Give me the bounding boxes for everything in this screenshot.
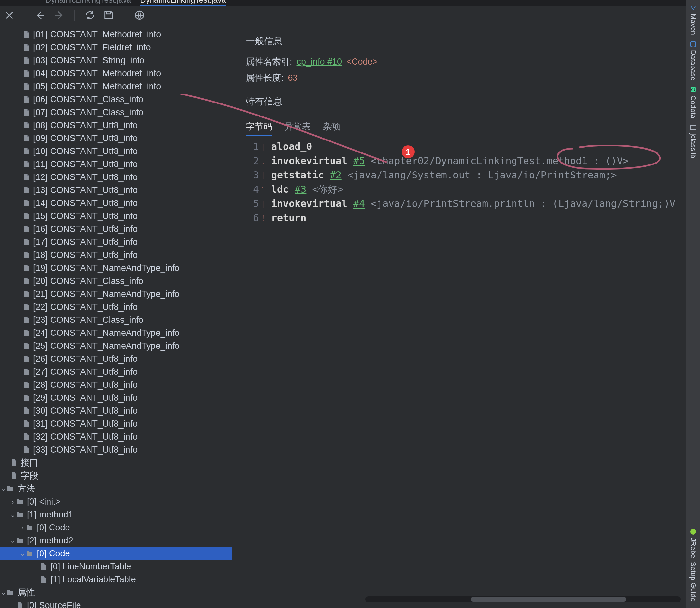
chevron-icon[interactable]: ⌄ (19, 550, 26, 557)
tree-row[interactable]: ⌄[0] Code (0, 547, 232, 560)
tree-row[interactable]: [19] CONSTANT_NameAndType_info (0, 262, 232, 274)
tree-row[interactable]: [0] LineNumberTable (0, 560, 232, 573)
tree-row[interactable]: [32] CONSTANT_Utf8_info (0, 430, 232, 443)
tree-row[interactable]: [10] CONSTANT_Utf8_info (0, 145, 232, 158)
tree-row[interactable]: [15] CONSTANT_Utf8_info (0, 210, 232, 223)
tree-row[interactable]: [30] CONSTANT_Utf8_info (0, 404, 232, 417)
editor-tab-active[interactable]: DynamicLinkingTest.java (140, 0, 226, 5)
tree-row[interactable]: [11] CONSTANT_Utf8_info (0, 158, 232, 171)
tab-bytecode[interactable]: 字节码 (246, 119, 272, 136)
tree-label: [17] CONSTANT_Utf8_info (33, 237, 138, 247)
tree-row[interactable]: ›[0] <init> (0, 495, 232, 508)
structure-tree[interactable]: [01] CONSTANT_Methodref_info[02] CONSTAN… (0, 25, 232, 608)
forward-icon[interactable] (54, 10, 64, 21)
chevron-icon[interactable]: › (19, 524, 26, 531)
tree-row[interactable]: [13] CONSTANT_Utf8_info (0, 184, 232, 196)
line-number: 3 (246, 168, 259, 182)
editor-tab[interactable]: DynamicLinkingTest.java (45, 0, 131, 5)
chevron-icon[interactable]: ⌄ (0, 589, 6, 596)
tab-misc[interactable]: 杂项 (323, 119, 341, 136)
line-number: 2 (246, 154, 259, 168)
tree-row[interactable]: ⌄属性 (0, 586, 232, 599)
tree-row[interactable]: ⌄方法 (0, 482, 232, 495)
tab-exception-table[interactable]: 异常表 (285, 119, 311, 136)
file-icon (22, 355, 30, 363)
tree-row[interactable]: [28] CONSTANT_Utf8_info (0, 378, 232, 391)
tree-row[interactable]: [20] CONSTANT_Class_info (0, 274, 232, 287)
tree-row[interactable]: [25] CONSTANT_NameAndType_info (0, 339, 232, 352)
chevron-icon[interactable]: ⌄ (9, 511, 16, 518)
file-icon (39, 575, 47, 583)
file-icon (22, 160, 30, 168)
tree-row[interactable]: [0] SourceFile (0, 599, 232, 608)
tree-row[interactable]: [1] LocalVariableTable (0, 573, 232, 586)
tree-row[interactable]: [06] CONSTANT_Class_info (0, 93, 232, 106)
cp-ref-link[interactable]: #4 (353, 198, 365, 209)
save-icon[interactable] (103, 10, 114, 21)
editor-tabs: DynamicLinkingTest.java DynamicLinkingTe… (0, 0, 700, 5)
tree-row[interactable]: [02] CONSTANT_Fieldref_info (0, 41, 232, 54)
tree-row[interactable]: [22] CONSTANT_Utf8_info (0, 300, 232, 314)
close-icon[interactable] (4, 10, 15, 21)
tree-row[interactable]: [16] CONSTANT_Utf8_info (0, 223, 232, 235)
attr-name-index-label: 属性名索引: (246, 56, 292, 68)
tree-row[interactable]: 字段 (0, 469, 232, 482)
tool-window-rail: Maven Database Codota jclasslib JRebel S… (686, 0, 700, 608)
cp-ref-link[interactable]: #3 (294, 184, 306, 195)
tree-label: [08] CONSTANT_Utf8_info (33, 120, 138, 130)
chevron-icon[interactable]: › (9, 498, 16, 506)
tree-row[interactable]: [24] CONSTANT_NameAndType_info (0, 326, 232, 339)
tree-row[interactable]: [31] CONSTANT_Utf8_info (0, 417, 232, 430)
tree-row[interactable]: [04] CONSTANT_Methodref_info (0, 67, 232, 80)
file-icon (22, 303, 30, 311)
tree-row[interactable]: [01] CONSTANT_Methodref_info (0, 28, 232, 41)
horizontal-scrollbar[interactable] (365, 596, 681, 602)
tree-label: [0] Code (37, 549, 70, 559)
refresh-icon[interactable] (84, 10, 95, 21)
tree-row[interactable]: [29] CONSTANT_Utf8_info (0, 391, 232, 404)
tree-row[interactable]: [17] CONSTANT_Utf8_info (0, 235, 232, 248)
tree-row[interactable]: [14] CONSTANT_Utf8_info (0, 196, 232, 210)
tree-row[interactable]: [33] CONSTANT_Utf8_info (0, 443, 232, 456)
tree-row[interactable]: [03] CONSTANT_String_info (0, 54, 232, 67)
tree-row[interactable]: [05] CONSTANT_Methodref_info (0, 80, 232, 93)
rail-label: JRebel Setup Guide (689, 537, 697, 602)
tree-row[interactable]: ›[0] Code (0, 521, 232, 534)
tree-row[interactable]: [23] CONSTANT_Class_info (0, 314, 232, 326)
back-icon[interactable] (35, 10, 46, 21)
instruction: invokevirtual #5 <chapter02/DynamicLinki… (271, 154, 629, 168)
folder-icon (16, 537, 24, 545)
cp-ref-link[interactable]: #5 (353, 155, 365, 167)
chevron-icon[interactable]: ⌄ (0, 485, 6, 493)
tree-row[interactable]: [08] CONSTANT_Utf8_info (0, 119, 232, 132)
cp-info-link[interactable]: cp_info #10 (297, 57, 342, 67)
gutter-mark: | (262, 139, 269, 154)
folder-icon (16, 511, 24, 518)
rail-codota[interactable]: Codota (689, 86, 697, 118)
folder-icon (16, 498, 24, 506)
chevron-icon[interactable]: ⌄ (9, 537, 16, 545)
file-icon (10, 472, 18, 479)
tree-row[interactable]: [18] CONSTANT_Utf8_info (0, 248, 232, 262)
rail-jclasslib[interactable]: jclasslib (689, 124, 697, 158)
bytecode-line: 1|aload_0 (246, 139, 693, 154)
tree-label: 方法 (18, 483, 35, 494)
cp-ref-link[interactable]: #2 (330, 169, 342, 181)
tree-label: [2] method2 (27, 536, 73, 546)
file-icon (22, 186, 30, 194)
rail-maven[interactable]: Maven (689, 4, 697, 35)
tree-row[interactable]: [07] CONSTANT_Class_info (0, 106, 232, 119)
tree-row[interactable]: [21] CONSTANT_NameAndType_info (0, 287, 232, 300)
tree-row[interactable]: [09] CONSTANT_Utf8_info (0, 132, 232, 145)
tree-row[interactable]: ⌄[2] method2 (0, 534, 232, 547)
scrollbar-thumb[interactable] (471, 597, 626, 602)
tree-row[interactable]: [12] CONSTANT_Utf8_info (0, 171, 232, 184)
rail-jrebel[interactable]: JRebel Setup Guide (689, 528, 697, 602)
tree-label: [15] CONSTANT_Utf8_info (33, 211, 138, 221)
tree-row[interactable]: [26] CONSTANT_Utf8_info (0, 352, 232, 365)
rail-database[interactable]: Database (689, 40, 697, 80)
browser-icon[interactable] (134, 10, 145, 21)
tree-row[interactable]: 接口 (0, 456, 232, 469)
tree-row[interactable]: [27] CONSTANT_Utf8_info (0, 365, 232, 378)
tree-row[interactable]: ⌄[1] method1 (0, 508, 232, 521)
